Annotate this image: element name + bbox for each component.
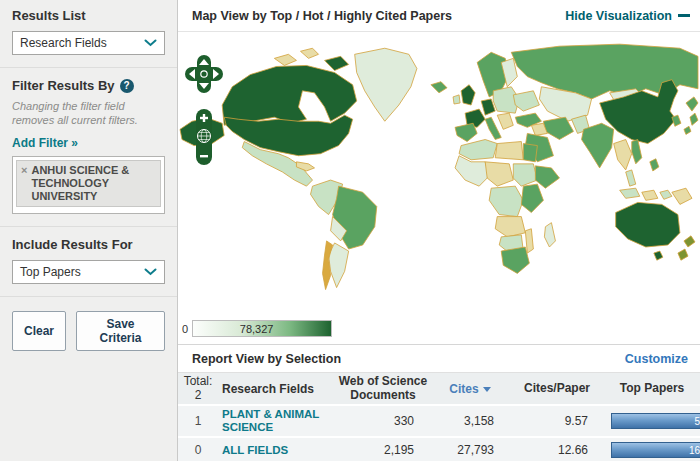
results-list-select[interactable]: Research Fields — [12, 31, 165, 55]
help-icon[interactable]: ? — [120, 79, 134, 93]
results-list-section: Results List Research Fields — [0, 0, 177, 65]
column-header-cites-sortable[interactable]: Cites — [430, 382, 510, 396]
documents-value: 330 — [336, 414, 430, 428]
column-header-research-fields: Research Fields — [218, 382, 336, 396]
map-countries — [180, 44, 698, 289]
research-field-link[interactable]: ALL FIELDS — [222, 444, 288, 457]
filter-sidebar: Results List Research Fields Filter Resu… — [0, 0, 178, 461]
world-map-area: 0 78,327 — [178, 32, 700, 344]
include-results-section: Include Results For Top Papers — [0, 229, 177, 294]
sidebar-buttons: Clear Save Criteria — [0, 299, 177, 363]
research-field-link[interactable]: PLANT & ANIMAL SCIENCE — [222, 408, 336, 434]
legend-gradient-bar: 78,327 — [192, 320, 332, 337]
sidebar-divider — [0, 67, 177, 68]
map-view-title: Map View by Top / Hot / Highly Cited Pap… — [192, 9, 452, 23]
clear-button[interactable]: Clear — [12, 311, 66, 351]
include-results-selected-value: Top Papers — [20, 265, 81, 279]
filter-results-section: Filter Results By ? Changing the filter … — [0, 70, 177, 224]
results-list-heading: Results List — [12, 8, 165, 23]
chevron-down-icon — [144, 268, 157, 276]
documents-value: 2,195 — [336, 443, 430, 457]
sidebar-divider — [0, 296, 177, 297]
top-papers-bar: 5 — [611, 413, 700, 429]
main-panel: Map View by Top / Hot / Highly Cited Pap… — [178, 0, 700, 461]
sidebar-divider — [0, 226, 177, 227]
customize-link[interactable]: Customize — [625, 352, 688, 366]
minus-icon — [678, 14, 690, 17]
filter-tag-label: ANHUI SCIENCE & TECHNOLOGY UNIVERSITY — [31, 164, 155, 204]
chevron-down-icon — [144, 39, 157, 47]
cites-per-paper-value: 12.66 — [510, 443, 604, 457]
zoom-out-icon — [200, 155, 208, 157]
save-criteria-button[interactable]: Save Criteria — [76, 311, 165, 351]
cites-value: 3,158 — [430, 414, 510, 428]
results-list-selected-value: Research Fields — [20, 36, 107, 50]
report-view-header: Report View by Selection Customize — [178, 344, 700, 372]
report-view-title: Report View by Selection — [192, 352, 341, 366]
legend-min-value: 0 — [182, 323, 188, 335]
add-filter-link[interactable]: Add Filter » — [12, 136, 78, 150]
row-index: 1 — [178, 414, 218, 428]
total-count-header: Total: 2 — [178, 375, 218, 403]
filter-tag: × ANHUI SCIENCE & TECHNOLOGY UNIVERSITY — [16, 160, 161, 208]
legend-max-value: 78,327 — [240, 323, 274, 335]
map-color-legend: 0 78,327 — [182, 320, 332, 337]
active-filters-box: × ANHUI SCIENCE & TECHNOLOGY UNIVERSITY — [12, 156, 165, 214]
top-papers-bar: 16 — [611, 442, 700, 458]
cites-per-paper-value: 9.57 — [510, 414, 604, 428]
table-row: 0 ALL FIELDS 2,195 27,793 12.66 16 — [178, 438, 700, 461]
map-zoom-controls[interactable] — [195, 108, 213, 166]
hide-visualization-link[interactable]: Hide Visualization — [565, 9, 690, 23]
globe-icon — [198, 130, 211, 143]
remove-filter-icon[interactable]: × — [21, 164, 27, 177]
column-header-wos-documents: Web of Science Documents — [336, 375, 430, 403]
world-choropleth-map[interactable] — [178, 32, 700, 318]
filter-results-heading: Filter Results By — [12, 78, 115, 93]
table-row: 1 PLANT & ANIMAL SCIENCE 330 3,158 9.57 … — [178, 406, 700, 438]
row-index: 0 — [178, 443, 218, 457]
include-results-select[interactable]: Top Papers — [12, 260, 165, 284]
column-header-top-papers: Top Papers — [604, 382, 700, 396]
map-view-header: Map View by Top / Hot / Highly Cited Pap… — [178, 0, 700, 32]
map-navigation-controls — [184, 54, 224, 166]
filter-note: Changing the filter field removes all cu… — [12, 99, 165, 128]
results-table: Total: 2 Research Fields Web of Science … — [178, 372, 700, 461]
include-results-heading: Include Results For — [12, 237, 165, 252]
sort-arrow-icon — [483, 387, 491, 392]
column-header-cites-per-paper: Cites/Paper — [510, 382, 604, 396]
cites-value: 27,793 — [430, 443, 510, 457]
table-header-row: Total: 2 Research Fields Web of Science … — [178, 372, 700, 406]
map-pan-dpad[interactable] — [184, 54, 224, 94]
